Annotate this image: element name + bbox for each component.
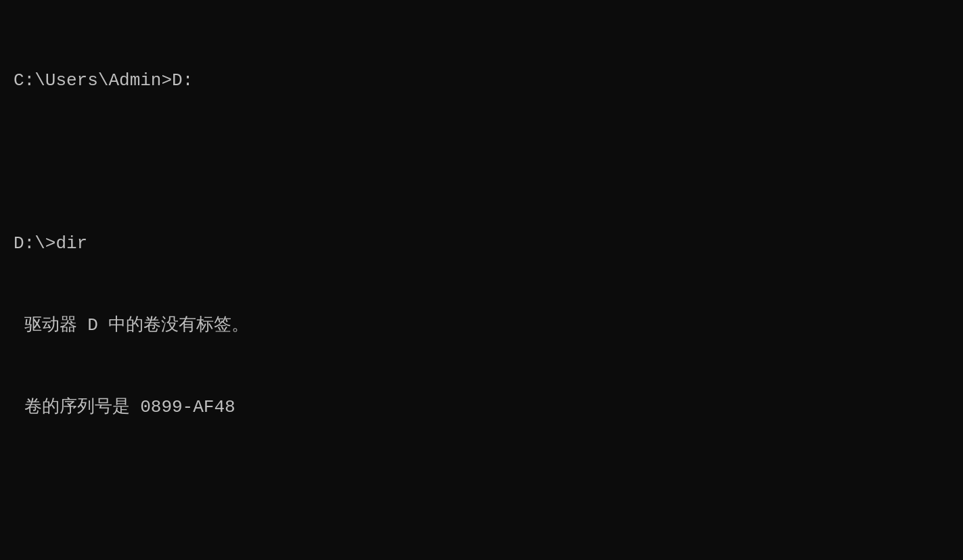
blank-line-2: [14, 475, 949, 503]
info-line-2: 卷的序列号是 0899-AF48: [14, 394, 949, 421]
info-line-1: 驱动器 D 中的卷没有标签。: [14, 312, 949, 339]
prompt-line-1: C:\Users\Admin>D:: [14, 67, 949, 94]
prompt-line-2: D:\>dir: [14, 230, 949, 257]
terminal-window: C:\Users\Admin>D: D:\>dir 驱动器 D 中的卷没有标签。…: [14, 12, 949, 560]
blank-line-1: [14, 148, 949, 175]
dir-header: D:\ 的目录: [14, 557, 949, 560]
